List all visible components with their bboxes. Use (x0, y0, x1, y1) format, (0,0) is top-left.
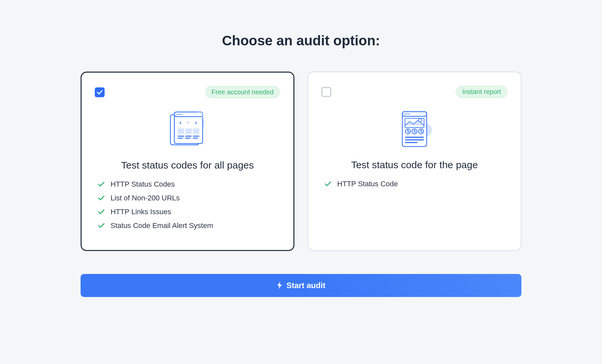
svg-rect-19 (402, 112, 427, 116)
feature-item: HTTP Status Codes (98, 180, 277, 189)
check-icon (98, 223, 105, 228)
check-icon (98, 182, 105, 187)
feature-list: HTTP Status Code (321, 180, 508, 188)
svg-rect-14 (193, 136, 199, 137)
svg-rect-8 (185, 128, 192, 134)
feature-label: HTTP Status Codes (111, 180, 175, 189)
svg-rect-28 (405, 137, 424, 138)
svg-rect-30 (405, 142, 417, 143)
feature-item: Status Code Email Alert System (98, 221, 277, 230)
svg-point-22 (408, 113, 410, 115)
svg-rect-9 (193, 128, 199, 134)
svg-point-16 (187, 121, 189, 124)
card-title: Test status code for the page (321, 159, 508, 171)
svg-point-5 (178, 114, 180, 115)
start-audit-button[interactable]: Start audit (81, 274, 521, 297)
feature-label: HTTP Links Issues (111, 208, 171, 216)
options-row: Free account needed (81, 72, 521, 251)
cta-label: Start audit (287, 281, 326, 290)
illustration-multi-pages (95, 108, 280, 151)
svg-rect-10 (178, 136, 184, 137)
svg-rect-13 (185, 138, 190, 139)
multi-page-icon (164, 110, 211, 149)
illustration-single-page (321, 108, 508, 151)
option-card-single-page[interactable]: Instant report (308, 72, 521, 251)
option-card-all-pages[interactable]: Free account needed (81, 72, 294, 251)
checkbox-unchecked[interactable] (321, 87, 331, 97)
svg-point-20 (404, 113, 406, 115)
feature-item: HTTP Links Issues (98, 208, 277, 216)
svg-rect-12 (185, 136, 192, 137)
svg-point-21 (406, 113, 408, 115)
check-icon (98, 195, 105, 201)
single-page-icon (393, 110, 436, 149)
badge-free-account: Free account needed (205, 86, 280, 99)
card-header: Free account needed (95, 86, 280, 99)
checkbox-checked[interactable] (95, 87, 105, 97)
svg-point-4 (176, 114, 178, 115)
svg-rect-29 (405, 139, 424, 141)
svg-point-24 (418, 119, 422, 122)
svg-rect-15 (193, 138, 198, 139)
feature-item: HTTP Status Code (325, 180, 504, 188)
badge-instant-report: Instant report (456, 85, 508, 98)
lightning-icon (277, 282, 283, 289)
check-icon (98, 209, 105, 215)
svg-rect-11 (178, 138, 183, 139)
card-title: Test status codes for all pages (95, 160, 280, 171)
feature-label: Status Code Email Alert System (111, 221, 213, 230)
page-title: Choose an audit option: (222, 33, 380, 49)
feature-item: List of Non-200 URLs (98, 194, 277, 202)
feature-label: HTTP Status Code (337, 180, 398, 188)
card-header: Instant report (321, 85, 508, 98)
check-icon (325, 181, 331, 187)
feature-list: HTTP Status Codes List of Non-200 URLs H… (95, 180, 280, 230)
check-icon (97, 90, 103, 95)
svg-point-6 (180, 114, 182, 115)
feature-label: List of Non-200 URLs (111, 194, 180, 202)
svg-rect-7 (178, 128, 184, 134)
